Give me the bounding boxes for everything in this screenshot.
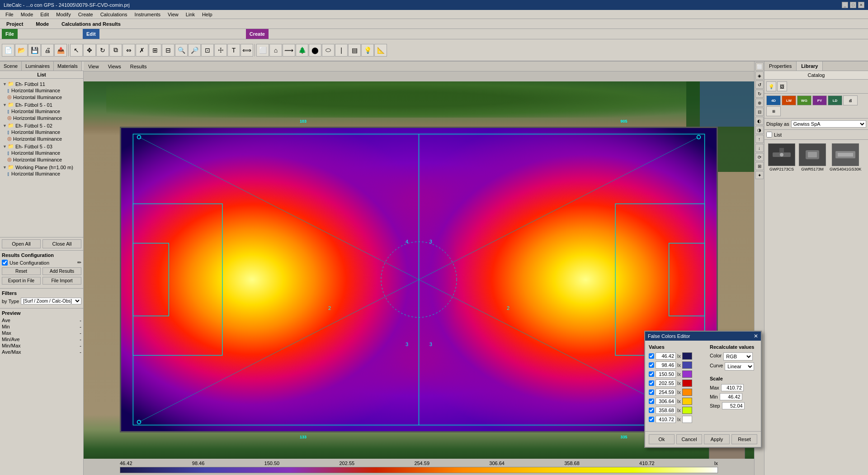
tree-item-horiz9[interactable]: ⫿ Horizontal Illuminance [2,171,81,177]
menu-file[interactable]: File [2,11,17,18]
tree-item-horiz1[interactable]: ⫿ Horizontal Illuminance [2,87,81,94]
cat-icon-image[interactable]: 🖼 [777,81,787,91]
copy-button[interactable]: ⧉ [109,44,122,57]
product-item-2[interactable]: GWR5173M [799,143,826,171]
save-button[interactable]: 💾 [28,44,41,57]
file-import-button[interactable]: File Import [42,277,81,285]
project-tab[interactable]: Project [4,20,26,28]
ungroup-button[interactable]: ⊟ [162,44,175,57]
vert-btn-12[interactable]: ⊞ [755,162,764,170]
zoom-all-button[interactable]: ⊡ [201,44,214,57]
vert-btn-11[interactable]: ⟳ [755,153,764,161]
create-surface-button[interactable]: ⬜ [256,44,269,57]
fce-check-8[interactable] [649,417,654,422]
list-checkbox[interactable] [766,132,772,138]
fce-step-value[interactable]: 52.04 [722,402,745,409]
fce-check-5[interactable] [649,390,654,395]
vert-btn-6[interactable]: ⊟ [755,108,764,116]
measure-button[interactable]: ⟺ [241,44,253,57]
tab-luminaires[interactable]: Luminaires [22,62,54,71]
tree-item-horiz4[interactable]: ◎ Horizontal Illuminance [2,114,81,121]
create-pole-button[interactable]: | [335,44,348,57]
open-all-button[interactable]: Open All [2,239,41,248]
tree-item-horiz2[interactable]: ◎ Horizontal Illuminance [2,94,81,100]
fce-max-value[interactable]: 410.72 [721,384,744,391]
fce-apply-button[interactable]: Apply [704,434,730,444]
tree-item-horiz8[interactable]: ◎ Horizontal Illuminance [2,156,81,163]
fce-color-6[interactable] [682,398,692,405]
pan-button[interactable]: ☩ [214,44,227,57]
product-item-3[interactable]: GWS4041GS30K [830,143,861,171]
fce-check-2[interactable] [649,362,654,368]
vendor-lw[interactable]: LW [782,95,796,105]
fce-value-4[interactable] [656,380,676,387]
create-sphere-button[interactable]: ⬤ [309,44,321,57]
tree-item-horiz5[interactable]: ⫿ Horizontal Illuminance [2,129,81,135]
print-button[interactable]: 🖨 [41,44,54,57]
tab-materials[interactable]: Materials [54,62,82,71]
vert-btn-9[interactable]: ↑ [755,135,764,143]
use-config-checkbox[interactable] [2,260,8,266]
tree-item-horiz3[interactable]: ⫿ Horizontal Illuminance [2,108,81,114]
view-tab-views[interactable]: Views [105,63,124,70]
tree-item-horiz6[interactable]: ◎ Horizontal Illuminance [2,135,81,142]
fce-color-5[interactable] [682,389,692,396]
delete-button[interactable]: ✗ [136,44,148,57]
fce-color-select[interactable]: RGB [723,352,753,361]
menu-view[interactable]: View [164,11,182,18]
tab-scene[interactable]: Scene [0,62,22,71]
config-edit-icon[interactable]: ✏ [77,260,81,266]
fce-value-7[interactable] [656,407,676,414]
vert-btn-4[interactable]: ↻ [755,90,764,98]
vert-btn-13[interactable]: ✦ [755,171,764,179]
menu-help[interactable]: Help [198,11,216,18]
add-results-button[interactable]: Add Results [42,267,81,275]
view-tab-results[interactable]: Results [127,63,150,70]
fce-value-5[interactable] [656,389,676,396]
fce-color-1[interactable] [682,352,692,360]
create-road-button[interactable]: ⟿ [283,44,295,57]
fce-cancel-button[interactable]: Cancel [676,434,702,444]
menu-instruments[interactable]: Instruments [131,11,164,18]
vert-btn-3[interactable]: ↺ [755,81,764,89]
mode-tab[interactable]: Mode [33,20,52,28]
menu-edit[interactable]: Edit [37,11,52,18]
select-button[interactable]: ↖ [70,44,83,57]
tree-item-horiz7[interactable]: ⫿ Horizontal Illuminance [2,150,81,156]
calculations-tab[interactable]: Calculations and Results [59,20,123,28]
minimize-button[interactable]: _ [842,2,848,8]
vert-btn-1[interactable]: ⬜ [755,62,764,71]
fce-color-4[interactable] [682,380,692,387]
fce-check-1[interactable] [649,353,654,359]
menu-link[interactable]: Link [182,11,198,18]
tree-item-workplane[interactable]: ▼ 📁 Working Plane (h=1.00 m) [2,164,81,171]
vendor-4d[interactable]: 4D [766,95,781,105]
display-as-select[interactable]: Gewiss SpA [791,120,866,128]
fce-color-2[interactable] [682,361,692,369]
fce-value-6[interactable] [656,398,676,405]
fce-check-3[interactable] [649,371,654,377]
fce-value-3[interactable] [656,370,676,378]
text-button[interactable]: T [227,44,240,57]
zoom-in-button[interactable]: 🔍 [175,44,188,57]
vert-btn-7[interactable]: ◐ [755,117,764,125]
create-tree-button[interactable]: 🌲 [296,44,308,57]
tree-item-futbol5-03[interactable]: ▼ 📁 Eh- Fútbol 5 - 03 [2,143,81,150]
vendor-ld[interactable]: LD [828,95,842,105]
filter-type-select[interactable]: [Surf / Zoom / Calc-Obs] [21,298,81,304]
tree-item-futbol5-02[interactable]: ▼ 📁 Eh- Fútbol 5 - 02 [2,122,81,129]
vert-btn-8[interactable]: ◑ [755,126,764,134]
fce-close-button[interactable]: ✕ [754,333,758,339]
open-button[interactable]: 📂 [15,44,28,57]
fce-color-7[interactable] [682,407,692,414]
fce-check-7[interactable] [649,408,654,413]
tab-library[interactable]: Library [797,62,823,71]
menu-mode[interactable]: Mode [17,11,37,18]
fce-color-8[interactable] [682,416,692,423]
rotate-button[interactable]: ↻ [96,44,109,57]
vert-btn-2[interactable]: ◈ [755,71,764,80]
fce-reset-button[interactable]: Reset [731,434,757,444]
vert-btn-10[interactable]: ↓ [755,144,764,152]
fce-curve-select[interactable]: Linear [725,362,754,370]
fce-color-3[interactable] [682,370,692,378]
